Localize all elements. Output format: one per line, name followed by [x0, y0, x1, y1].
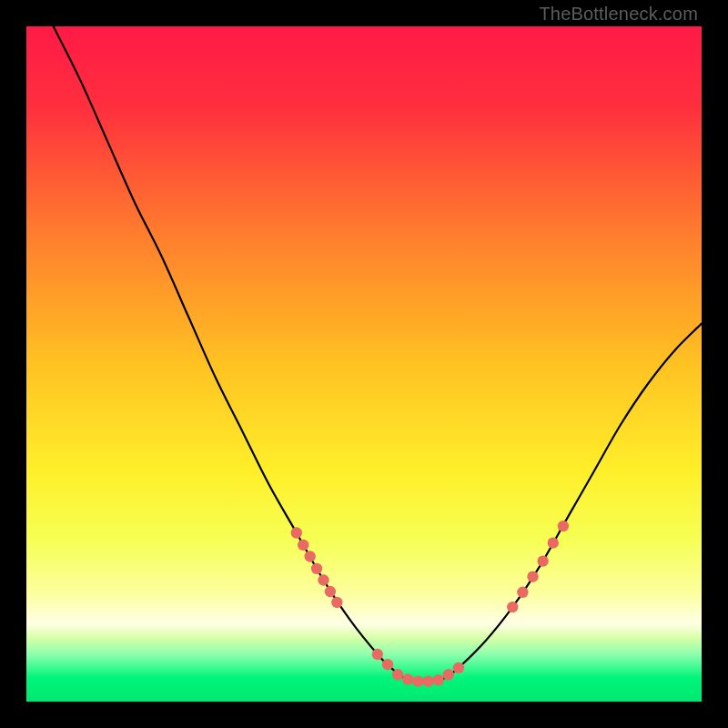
- curve-marker: [304, 551, 315, 561]
- curve-marker: [422, 676, 433, 687]
- curve-marker: [432, 674, 443, 685]
- curve-marker: [382, 659, 393, 670]
- curve-marker: [318, 574, 329, 585]
- curve-marker: [331, 597, 342, 608]
- gradient-background: [26, 26, 702, 702]
- curve-marker: [507, 602, 518, 612]
- curve-marker: [453, 662, 464, 673]
- curve-marker: [291, 527, 302, 538]
- curve-marker: [412, 676, 423, 687]
- curve-marker: [325, 586, 336, 597]
- watermark-text: TheBottleneck.com: [539, 4, 698, 25]
- curve-marker: [298, 540, 308, 551]
- curve-marker: [517, 587, 528, 598]
- curve-marker: [558, 521, 569, 531]
- bottleneck-chart: [26, 26, 702, 702]
- curve-marker: [537, 555, 548, 566]
- curve-marker: [527, 571, 538, 582]
- curve-marker: [392, 669, 403, 680]
- curve-marker: [311, 563, 322, 574]
- curve-marker: [372, 649, 383, 660]
- curve-marker: [548, 537, 559, 548]
- curve-marker: [443, 669, 454, 680]
- curve-marker: [402, 673, 413, 684]
- chart-frame: [26, 26, 702, 702]
